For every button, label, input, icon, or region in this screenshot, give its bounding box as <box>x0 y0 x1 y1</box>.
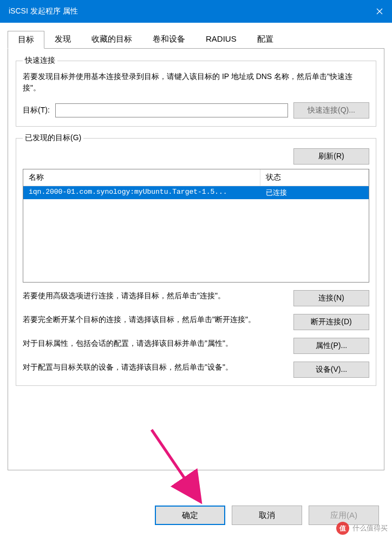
action-disconnect-row: 若要完全断开某个目标的连接，请选择该目标，然后单击"断开连接"。 断开连接(D) <box>23 314 369 330</box>
disconnect-button[interactable]: 断开连接(D) <box>293 314 369 330</box>
target-list[interactable]: 名称 状态 iqn.2000-01.com.synology:myUbuntu.… <box>23 169 369 283</box>
tab-discovery[interactable]: 发现 <box>44 30 81 48</box>
tab-panel-targets: 快速连接 若要发现目标并使用基本连接登录到目标，请键入该目标的 IP 地址或 D… <box>8 48 384 470</box>
list-header: 名称 状态 <box>23 169 369 186</box>
target-input[interactable] <box>55 103 288 117</box>
action-connect-row: 若要使用高级选项进行连接，请选择目标，然后单击"连接"。 连接(N) <box>23 290 369 306</box>
cancel-button[interactable]: 取消 <box>232 506 302 525</box>
table-row[interactable]: iqn.2000-01.com.synology:myUbuntu.Target… <box>23 186 369 199</box>
col-name[interactable]: 名称 <box>23 169 260 186</box>
target-label: 目标(T): <box>23 106 50 115</box>
action-devices-row: 对于配置与目标关联的设备，请选择该目标，然后单击"设备"。 设备(V)... <box>23 362 369 378</box>
quick-connect-desc: 若要发现目标并使用基本连接登录到目标，请键入该目标的 IP 地址或 DNS 名称… <box>23 71 369 94</box>
tab-volumes[interactable]: 卷和设备 <box>142 30 195 48</box>
close-icon <box>376 8 383 15</box>
watermark-logo: 值 <box>336 522 349 535</box>
window-title: iSCSI 发起程序 属性 <box>9 6 78 16</box>
titlebar: iSCSI 发起程序 属性 <box>0 0 392 23</box>
action-connect-text: 若要使用高级选项进行连接，请选择目标，然后单击"连接"。 <box>23 290 285 301</box>
discovered-legend: 已发现的目标(G) <box>23 133 83 143</box>
action-properties-text: 对于目标属性，包括会话的配置，请选择该目标并单击"属性"。 <box>23 338 285 349</box>
ok-button[interactable]: 确定 <box>155 506 225 525</box>
quick-connect-group: 快速连接 若要发现目标并使用基本连接登录到目标，请键入该目标的 IP 地址或 D… <box>16 56 376 127</box>
action-disconnect-text: 若要完全断开某个目标的连接，请选择该目标，然后单击"断开连接"。 <box>23 314 285 325</box>
tab-bar: 目标 发现 收藏的目标 卷和设备 RADIUS 配置 <box>8 30 384 49</box>
action-devices-text: 对于配置与目标关联的设备，请选择该目标，然后单击"设备"。 <box>23 362 285 373</box>
tab-favorites[interactable]: 收藏的目标 <box>81 30 142 48</box>
tab-targets[interactable]: 目标 <box>8 31 44 49</box>
tab-radius[interactable]: RADIUS <box>195 30 247 48</box>
devices-button[interactable]: 设备(V)... <box>293 362 369 378</box>
discovered-targets-group: 已发现的目标(G) 刷新(R) 名称 状态 iqn.2000-01.com.sy… <box>16 133 376 386</box>
action-properties-row: 对于目标属性，包括会话的配置，请选择该目标并单击"属性"。 属性(P)... <box>23 338 369 354</box>
quick-connect-legend: 快速连接 <box>23 56 57 65</box>
quick-connect-button[interactable]: 快速连接(Q)... <box>293 102 369 119</box>
close-button[interactable] <box>367 0 392 23</box>
properties-button[interactable]: 属性(P)... <box>293 338 369 354</box>
dialog-content: 目标 发现 收藏的目标 卷和设备 RADIUS 配置 快速连接 若要发现目标并使… <box>0 23 392 470</box>
tab-config[interactable]: 配置 <box>247 30 284 48</box>
refresh-button[interactable]: 刷新(R) <box>293 148 369 165</box>
cell-status: 已连接 <box>260 186 369 199</box>
watermark-text: 什么值得买 <box>352 523 388 533</box>
watermark: 值 什么值得买 <box>336 522 388 535</box>
connect-button[interactable]: 连接(N) <box>293 290 369 306</box>
cell-name: iqn.2000-01.com.synology:myUbuntu.Target… <box>23 186 260 199</box>
col-status[interactable]: 状态 <box>260 169 369 186</box>
